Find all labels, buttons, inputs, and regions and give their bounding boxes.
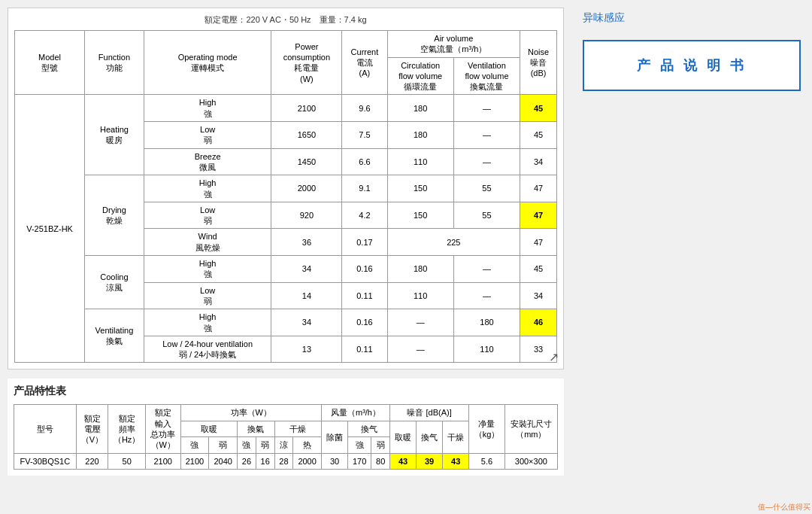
char-col-noise-heating: 取暖 xyxy=(390,421,417,453)
char-noise-drying: 43 xyxy=(443,453,469,469)
char-col-noise-group: 噪音 [dB(A)] xyxy=(390,405,469,421)
spec-circulation-cell: — xyxy=(387,336,453,363)
spec-power-cell: 34 xyxy=(271,309,342,336)
char-col-install: 安裝孔尺寸（mm） xyxy=(504,405,557,453)
spec-ventilation-cell: — xyxy=(453,148,520,175)
spec-operating-cell: High強 xyxy=(144,309,271,336)
spec-noise-cell: 46 xyxy=(520,309,557,336)
col-noise: Noise噪音(dB) xyxy=(520,31,557,95)
spec-circulation-cell: 150 xyxy=(387,202,453,229)
char-col-d-cool: 涼 xyxy=(274,437,293,453)
char-noise-heating: 43 xyxy=(390,453,417,469)
char-col-af-strong: 強 xyxy=(348,437,371,453)
spec-function-cell: Drying乾燥 xyxy=(85,175,144,256)
char-af-strong: 170 xyxy=(348,453,371,469)
spec-current-cell: 4.2 xyxy=(342,202,387,229)
spec-operating-cell: High強 xyxy=(144,175,271,202)
spec-operating-cell: High強 xyxy=(144,95,271,122)
spec-current-cell: 0.11 xyxy=(342,282,387,309)
spec-table: Model型號 Function功能 Operating mode運轉模式 Po… xyxy=(14,30,557,363)
char-pv-weak: 16 xyxy=(256,453,274,469)
product-manual-box[interactable]: 产 品 说 明 书 xyxy=(583,40,801,91)
char-col-af-weak: 弱 xyxy=(371,437,390,453)
col-power: Powerconsumption耗電量(W) xyxy=(271,31,342,95)
spec-power-cell: 1450 xyxy=(271,148,342,175)
spec-circulation-cell: 110 xyxy=(387,148,453,175)
char-col-weight: 净量（kg） xyxy=(469,405,504,453)
spec-ventilation-cell: 55 xyxy=(453,202,520,229)
spec-operating-cell: Low弱 xyxy=(144,122,271,149)
spec-circulation-cell: 110 xyxy=(387,282,453,309)
char-col-drying: 干燥 xyxy=(274,421,321,437)
spec-power-cell: 2000 xyxy=(271,175,342,202)
spec-noise-cell: 45 xyxy=(520,256,557,283)
char-col-deodorize: 除菌 xyxy=(321,421,347,453)
spec-function-cell: Ventilating換氣 xyxy=(85,309,144,363)
spec-operating-cell: Low / 24-hour ventilation弱 / 24小時換氣 xyxy=(144,336,271,363)
product-manual-text: 产 品 说 明 书 xyxy=(595,56,788,75)
char-col-h-weak: 弱 xyxy=(209,437,238,453)
char-noise-vent: 39 xyxy=(417,453,443,469)
char-af-weak: 80 xyxy=(371,453,390,469)
spec-noise-cell: 34 xyxy=(520,148,557,175)
char-ph-weak: 2040 xyxy=(209,453,238,469)
spec-power-cell: 36 xyxy=(271,229,342,256)
char-pd-hot: 2000 xyxy=(293,453,322,469)
spec-power-cell: 13 xyxy=(271,336,342,363)
char-model: FV-30BQS1C xyxy=(14,453,77,469)
spec-model-cell: V-251BZ-HK xyxy=(15,95,85,363)
spec-operating-cell: Breeze微風 xyxy=(144,148,271,175)
spec-power-cell: 1650 xyxy=(271,122,342,149)
char-pv-strong: 26 xyxy=(238,453,256,469)
spec-circulation-cell: — xyxy=(387,309,453,336)
spec-current-cell: 0.16 xyxy=(342,309,387,336)
spec-merged-air-cell: 225 xyxy=(387,229,520,256)
spec-current-cell: 7.5 xyxy=(342,122,387,149)
spec-power-cell: 2100 xyxy=(271,95,342,122)
char-col-heating: 取暖 xyxy=(180,421,237,437)
spec-ventilation-cell: — xyxy=(453,95,520,122)
spec-table-wrapper: 額定電壓：220 V AC・50 Hz 重量：7.4 kg Model型號 Fu… xyxy=(8,8,564,370)
char-col-noise-drying: 干燥 xyxy=(443,421,469,453)
spec-function-cell: Cooling涼風 xyxy=(85,256,144,309)
char-col-airflow-group: 风量（m³/h） xyxy=(321,405,389,421)
col-circulation: Circulationflow volume循環流量 xyxy=(387,57,453,95)
col-airvolume-header: Air volume空氣流量（m³/h） xyxy=(387,31,520,58)
char-col-noise-vent: 換气 xyxy=(417,421,443,453)
char-table: 型号 額定電壓（V） 額定頻率（Hz） 額定輸入总功率（W） 功率（W） 风量（… xyxy=(14,404,558,469)
spec-operating-cell: Wind風乾燥 xyxy=(144,229,271,256)
col-function: Function功能 xyxy=(85,31,144,95)
spec-noise-cell: 45 xyxy=(520,122,557,149)
spec-operating-cell: High強 xyxy=(144,256,271,283)
char-col-rated-power: 額定輸入总功率（W） xyxy=(145,405,180,453)
spec-power-cell: 920 xyxy=(271,202,342,229)
spec-noise-cell: 34 xyxy=(520,282,557,309)
spec-ventilation-cell: 110 xyxy=(453,336,520,363)
spec-noise-cell: 47 xyxy=(520,175,557,202)
spec-power-cell: 14 xyxy=(271,282,342,309)
char-table-title: 产品特性表 xyxy=(14,385,558,398)
yiwei-link[interactable]: 异味感应 xyxy=(583,11,801,25)
spec-circulation-cell: 150 xyxy=(387,175,453,202)
char-weight: 5.6 xyxy=(469,453,504,469)
char-ph-strong: 2100 xyxy=(180,453,209,469)
spec-ventilation-cell: — xyxy=(453,122,520,149)
char-col-v-weak: 弱 xyxy=(256,437,274,453)
spec-circulation-cell: 180 xyxy=(387,95,453,122)
right-panel: 异味感应 产 品 说 明 书 xyxy=(571,0,812,514)
char-col-ventilation: 換氣 xyxy=(238,421,274,437)
spec-noise-cell: 47 xyxy=(520,202,557,229)
spec-ventilation-cell: 180 xyxy=(453,309,520,336)
spec-circulation-cell: 180 xyxy=(387,256,453,283)
spec-current-cell: 0.17 xyxy=(342,229,387,256)
char-deodorize: 30 xyxy=(321,453,347,469)
spec-power-cell: 34 xyxy=(271,256,342,283)
spec-operating-cell: Low弱 xyxy=(144,282,271,309)
spec-current-cell: 0.11 xyxy=(342,336,387,363)
char-col-voltage: 額定電壓（V） xyxy=(76,405,108,453)
spec-ventilation-cell: 55 xyxy=(453,175,520,202)
col-current: Current電流(A) xyxy=(342,31,387,95)
char-install: 300×300 xyxy=(504,453,557,469)
expand-icon[interactable]: ↗ xyxy=(549,350,559,364)
left-panel: 額定電壓：220 V AC・50 Hz 重量：7.4 kg Model型號 Fu… xyxy=(0,0,571,514)
